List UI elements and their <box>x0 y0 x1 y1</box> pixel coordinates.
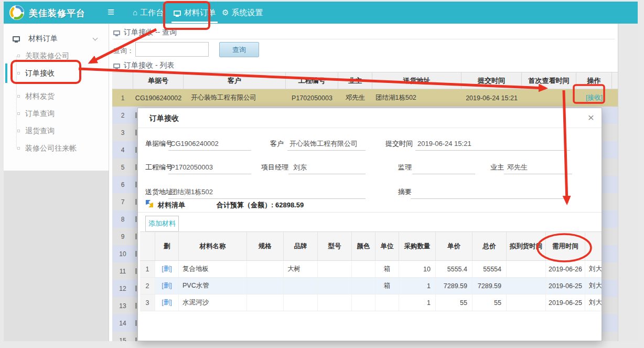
row-number: 2 <box>112 107 133 124</box>
material-column-总价: 总价 <box>473 232 507 260</box>
column-header-首次查看时间: 首次查看时间 <box>522 72 576 89</box>
row-text-fragment <box>135 320 137 326</box>
sidebar-item-2[interactable]: 订单接收 <box>4 65 109 82</box>
sidebar-item-label: 装修公司往来帐 <box>25 144 77 152</box>
divider <box>138 212 602 213</box>
sidebar-item-1[interactable]: 关联装修公司 <box>4 47 109 65</box>
delete-link[interactable]: [删] <box>162 265 171 273</box>
row-number: 5 <box>112 159 133 176</box>
sidebar-item-3[interactable]: 材料发货 <box>4 88 109 105</box>
query-input[interactable] <box>135 42 209 57</box>
monitor-icon <box>113 30 120 35</box>
row-number: 6 <box>112 176 133 193</box>
material-cell-qty: 1 <box>399 294 436 311</box>
row-text-fragment <box>135 182 137 187</box>
material-cell-del[interactable]: [删] <box>155 261 179 277</box>
chevron-down-icon <box>93 36 98 41</box>
query-button[interactable]: 查询 <box>219 42 259 57</box>
material-row: 1[删]复合地板大树箱105555.4555542019-06-26刘大 <box>140 261 602 278</box>
column-header-客户: 客户 <box>184 72 286 89</box>
row-number: 13 <box>112 297 133 314</box>
customer-field[interactable]: 开心装饰工程有限公司 <box>287 138 366 151</box>
material-cell-unit: 箱 <box>375 278 399 294</box>
project-no-field[interactable]: P1702050003 <box>168 161 251 174</box>
material-row: 2[删]PVC水管箱17289.597289.592019-06-25刘大 <box>140 278 602 294</box>
supervisor-field[interactable] <box>412 161 475 174</box>
material-cell-price: 5555.4 <box>436 261 473 277</box>
row-text-fragment <box>135 147 137 153</box>
material-cell-extra: 刘大 <box>585 278 602 294</box>
materials-table-header: 删材料名称规格品牌型号颜色单位采购数量单价总价拟到货时间需用时间 <box>140 231 602 261</box>
owner-value: 邓先生 <box>504 161 528 174</box>
material-cell-extra: 刘大 <box>585 294 602 311</box>
material-cell-need: 2019-06-25 <box>546 294 585 311</box>
material-cell-model <box>318 278 352 294</box>
material-cell-price: 7289.59 <box>436 278 473 294</box>
material-column-颜色: 颜色 <box>352 232 375 260</box>
query-panel-title: 订单接收 -- 查询 <box>113 28 177 37</box>
material-column-blank <box>585 232 602 260</box>
close-icon[interactable]: × <box>588 111 594 124</box>
column-header-blank <box>612 72 618 89</box>
receive-action-cell[interactable]: [接收] <box>576 89 612 107</box>
material-cell-color <box>352 278 375 294</box>
column-header-业主: 业主 <box>338 72 372 89</box>
monitor-icon <box>13 36 20 41</box>
column-header-单据号: 单据号 <box>133 72 184 89</box>
supervisor-label: 监理 <box>398 163 412 172</box>
summary-field[interactable] <box>411 186 570 199</box>
order-no-field[interactable]: CG1906240002 <box>168 138 251 151</box>
gear-icon: ⚙ <box>222 8 229 17</box>
row-cell-first_view_time <box>522 89 576 107</box>
sidebar-item-label: 订单查询 <box>25 109 55 118</box>
row-cell-owner: 邓先生 <box>338 89 372 107</box>
delete-link[interactable]: [删] <box>162 298 171 307</box>
list-panel-title: 订单接收 - 列表 <box>113 61 174 70</box>
row-number: 15 <box>112 332 133 341</box>
material-column-删: 删 <box>155 232 179 260</box>
material-cell-spec <box>247 294 284 311</box>
budget-total: 合计预算（金额）: 62898.59 <box>217 201 304 210</box>
material-cell-brand: 大树 <box>284 261 318 277</box>
bullet-icon <box>17 130 20 132</box>
owner-field[interactable]: 邓先生 <box>504 161 572 174</box>
material-cell-eta <box>507 261 546 277</box>
summary-label: 摘要 <box>398 187 412 197</box>
project-manager-field[interactable]: 刘东 <box>288 161 366 174</box>
submit-time-field[interactable]: 2019-06-24 15:21 <box>415 138 570 151</box>
receive-link[interactable]: [接收] <box>586 93 603 102</box>
row-text-fragment <box>135 303 137 309</box>
hamburger-menu-icon[interactable]: ≡ <box>108 5 114 19</box>
brand-title: 美佳装修平台 <box>29 7 85 19</box>
row-cell-customer: 开心装饰工程有限公司 <box>184 89 286 107</box>
table-row[interactable]: 1CG1906240002开心装饰工程有限公司P1702050003邓先生团结湖… <box>112 89 618 107</box>
material-cell-del[interactable]: [删] <box>155 294 179 311</box>
sidebar-item-4[interactable]: 订单查询 <box>4 105 109 122</box>
home-icon: ⌂ <box>133 8 137 17</box>
nav-item-3[interactable]: ⚙系统设置 <box>222 2 263 24</box>
material-cell-total: 55 <box>473 294 507 311</box>
sidebar-group-material-orders[interactable]: 材料订单 <box>4 29 109 48</box>
material-cell-del[interactable]: [删] <box>155 278 179 294</box>
add-material-button[interactable]: 添加材料 <box>145 216 179 231</box>
sidebar-item-5[interactable]: 退货查询 <box>4 122 109 140</box>
customer-label: 客户 <box>270 139 284 149</box>
order-receive-dialog: 订单接收 × 单据编号CG1906240002客户开心装饰工程有限公司提交时间2… <box>137 108 602 341</box>
material-row: 3[删]水泥河沙155552019-06-25刘大 <box>140 294 602 311</box>
nav-item-label: 系统设置 <box>231 8 263 17</box>
material-column-规格: 规格 <box>247 232 284 260</box>
nav-item-2[interactable]: 材料订单 <box>174 2 216 24</box>
sidebar-item-6[interactable]: 装修公司往来帐 <box>4 140 109 157</box>
column-header-blank <box>112 72 133 89</box>
material-cell-unit <box>375 294 399 311</box>
bullet-icon <box>17 72 20 75</box>
row-number: 11 <box>112 262 133 280</box>
nav-item-1[interactable]: ⌂工作台 <box>133 2 164 24</box>
row-text-fragment <box>135 268 137 274</box>
row-number: 10 <box>112 245 133 262</box>
material-column-品牌: 品牌 <box>284 232 318 260</box>
delete-link[interactable]: [删] <box>162 281 171 290</box>
project-manager-label: 项目经理 <box>261 163 288 172</box>
owner-label: 业主 <box>490 163 504 172</box>
delivery-address-field[interactable]: 团结湖1栋502 <box>168 186 366 199</box>
